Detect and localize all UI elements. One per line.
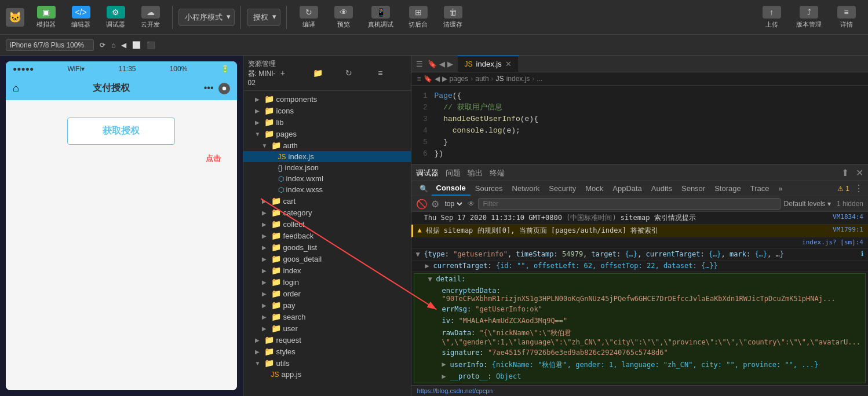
bookmark-icon[interactable]: 🔖 — [428, 60, 437, 68]
phone-simulator: ●●●●● WiFi▾ 11:35 100% 🔋 ⌂ 支付授权 ••• ⏺ 获取… — [0, 56, 243, 396]
folder-auth[interactable]: ▼ 📁 auth — [243, 140, 411, 151]
home-icon[interactable]: ⌂ — [111, 41, 115, 49]
top-dropdown[interactable]: top — [443, 199, 464, 208]
devtools-close-icon[interactable]: ✕ — [856, 167, 863, 178]
console-eye-icon[interactable]: 👁 — [468, 200, 475, 208]
folder-goods-list[interactable]: ▶ 📁 goods_list — [243, 241, 411, 253]
auth-dropdown[interactable]: 授权 — [247, 9, 280, 26]
default-levels-dropdown[interactable]: Default levels ▾ — [784, 200, 831, 208]
folder-utils[interactable]: ▼ 📁 utils — [243, 357, 411, 369]
preview-button[interactable]: 👁 预览 — [327, 3, 359, 31]
console-tab-mock[interactable]: Mock — [581, 182, 608, 195]
warning-count: ⚠ 1 — [837, 185, 849, 193]
filter-input[interactable] — [478, 198, 781, 210]
nav-forward-icon[interactable]: ▶ — [447, 60, 453, 68]
folder-components[interactable]: ▶ 📁 components — [243, 93, 411, 105]
details-button[interactable]: ≡ 详情 — [830, 3, 862, 31]
devtools-tab-wenti[interactable]: 问题 — [446, 168, 461, 178]
console-clear-icon[interactable]: 🚫 — [416, 199, 428, 210]
expand-arrow-obj[interactable]: ▼ — [416, 250, 424, 258]
console-tab-storage[interactable]: Storage — [710, 182, 746, 195]
expand-arrow-userinfo[interactable]: ▶ — [442, 360, 450, 368]
console-tab-audits[interactable]: Audits — [647, 182, 677, 195]
file-auth-index-wxml[interactable]: ⬡ index.wxml — [243, 173, 411, 184]
time-display: 11:35 — [119, 65, 136, 73]
explorer-header: 资源管理器: MINI-02 + 📁 ↻ ≡ — [243, 56, 411, 91]
console-link-2[interactable]: VM1799:1 — [833, 226, 863, 233]
devtools-tab-output[interactable]: 输出 — [468, 168, 483, 178]
file-auth-index-js[interactable]: JS index.js — [243, 151, 411, 162]
folder-feedback[interactable]: ▶ 📁 feedback — [243, 230, 411, 241]
console-search-icon[interactable]: 🔍 — [416, 182, 432, 195]
back-icon[interactable]: ◀ — [121, 41, 126, 49]
clearcache-button[interactable]: 🗑 清缓存 — [437, 3, 469, 31]
folder-cart[interactable]: ▶ 📁 cart — [243, 195, 411, 207]
nav-back-icon[interactable]: ◀ — [439, 60, 445, 68]
add-file-icon[interactable]: + — [280, 68, 308, 78]
add-folder-icon[interactable]: 📁 — [313, 68, 341, 78]
console-tab-security[interactable]: Security — [544, 182, 581, 195]
devtools-title: 调试器 — [416, 168, 439, 178]
simulator-button[interactable]: ▣ 模拟器 — [30, 3, 62, 31]
folder-icons[interactable]: ▶ 📁 icons — [243, 105, 411, 116]
folder-styles[interactable]: ▶ 📁 styles — [243, 346, 411, 357]
details-icon: ≡ — [837, 6, 856, 19]
devtools-expand-icon[interactable]: ⬆ — [841, 167, 849, 178]
auth-button[interactable]: 获取授权 — [67, 118, 175, 145]
folder-login[interactable]: ▶ 📁 login — [243, 276, 411, 288]
debugger-button[interactable]: ⚙ 调试器 — [100, 3, 132, 31]
info-icon[interactable]: ℹ — [861, 250, 863, 258]
cloud-button[interactable]: ☁ 云开发 — [134, 3, 166, 31]
devtools-tab-terminal[interactable]: 终端 — [490, 168, 505, 178]
realtest-button[interactable]: 📱 真机调试 — [362, 3, 399, 31]
console-link-1[interactable]: VM1834:4 — [833, 213, 863, 221]
expand-arrow-detail[interactable]: ▼ — [428, 275, 436, 283]
console-link-3[interactable]: index.js? [sm]:4 — [802, 239, 863, 246]
home-nav-icon: ⌂ — [13, 82, 19, 94]
console-tab-appdata[interactable]: AppData — [608, 182, 647, 195]
collapse-icon[interactable]: ≡ — [378, 68, 406, 78]
file-auth-index-json[interactable]: {} index.json — [243, 162, 411, 173]
upload-button[interactable]: ↑ 上传 — [756, 3, 787, 31]
folder-request[interactable]: ▶ 📁 request — [243, 334, 411, 346]
folder-order[interactable]: ▶ 📁 order — [243, 288, 411, 299]
console-tab-trace[interactable]: Trace — [746, 182, 774, 195]
folder-goos-detail[interactable]: ▶ 📁 goos_detail — [243, 253, 411, 265]
folder-index[interactable]: ▶ 📁 index — [243, 265, 411, 276]
folder-category[interactable]: ▶ 📁 category — [243, 207, 411, 218]
folder-lib[interactable]: ▶ 📁 lib — [243, 116, 411, 128]
toggle-sidebar-icon[interactable]: ☰ — [416, 60, 423, 68]
console-tab-sources[interactable]: Sources — [471, 182, 508, 195]
code-line-1: 1 Page({ — [411, 90, 868, 102]
folder-pay[interactable]: ▶ 📁 pay — [243, 299, 411, 311]
folder-user[interactable]: ▶ 📁 user — [243, 322, 411, 334]
folder-search[interactable]: ▶ 📁 search — [243, 311, 411, 322]
device-selector[interactable]: iPhone 6/7/8 Plus 100% — [6, 39, 94, 51]
close-tab-icon[interactable]: ✕ — [505, 60, 512, 68]
compile-button[interactable]: ↻ 编译 — [293, 3, 324, 31]
breadcrumb-icon: ≡ — [417, 75, 421, 83]
devtools-header: 调试器 问题 输出 终端 ⬆ ✕ — [411, 165, 868, 181]
console-tab-more[interactable]: » — [774, 182, 787, 195]
versionmgmt-button[interactable]: ⤴ 版本管理 — [790, 3, 827, 31]
expand-arrow-ct[interactable]: ▶ — [425, 262, 433, 270]
console-tab-console[interactable]: Console — [432, 181, 471, 196]
folder-collect[interactable]: ▶ 📁 collect — [243, 218, 411, 230]
qr-icon[interactable]: ⬛ — [147, 41, 155, 49]
file-app-js[interactable]: JS app.js — [243, 369, 411, 380]
console-tab-network[interactable]: Network — [508, 182, 545, 195]
refresh-icon[interactable]: ↻ — [345, 68, 373, 78]
editor-button[interactable]: </> 编辑器 — [65, 3, 97, 31]
editor-tab-index-js[interactable]: JS index.js ✕ — [458, 56, 519, 72]
mode-dropdown[interactable]: 小程序模式 — [178, 9, 235, 26]
file-auth-index-wxss[interactable]: ⬡ index.wxss — [243, 184, 411, 195]
folder-pages[interactable]: ▼ 📁 pages — [243, 128, 411, 140]
console-more-options-icon[interactable]: ⋮ — [854, 183, 863, 194]
console-settings-icon[interactable]: ⚙ — [431, 199, 439, 210]
console-tab-sensor[interactable]: Sensor — [677, 182, 710, 195]
expand-arrow-proto-d[interactable]: ▶ — [442, 372, 450, 380]
editor-tabs: ☰ 🔖 ◀ ▶ JS index.js ✕ — [411, 56, 868, 72]
rotate-icon[interactable]: ⟳ — [100, 41, 105, 49]
screenshot-icon[interactable]: ⬜ — [132, 41, 141, 49]
backend-button[interactable]: ⊞ 切后台 — [402, 3, 434, 31]
